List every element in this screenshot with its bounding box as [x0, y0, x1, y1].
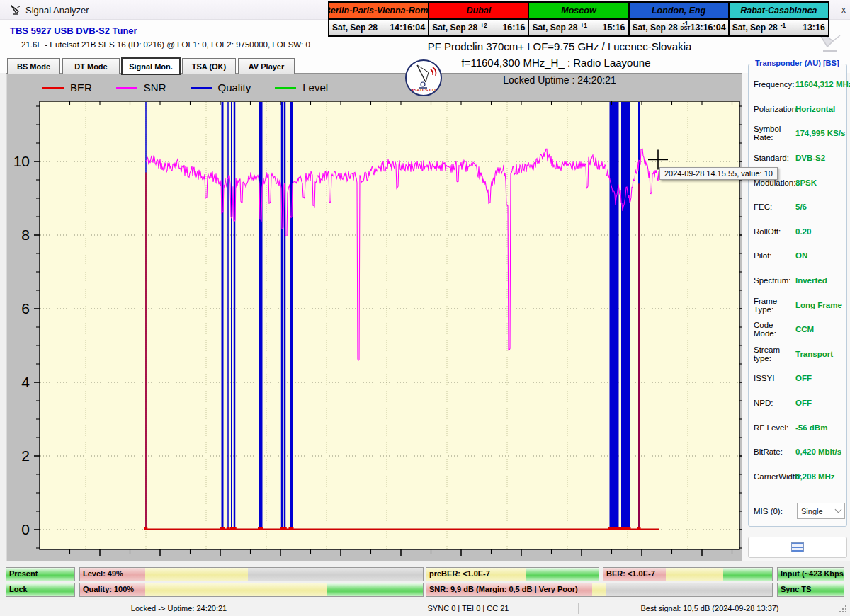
y-axis-label-8: 8: [21, 227, 30, 243]
mis-row: MIS (0): Single: [748, 503, 847, 519]
gauge-lock: Lock: [6, 583, 75, 597]
transponder-value: Horizontal: [795, 105, 835, 113]
legend-item-quality: Quality: [191, 81, 251, 93]
dish-description: PF Prodelin 370cm+ LOF=9.75 GHz / Lucene…: [305, 40, 815, 52]
clock-dubai: DubaiSat, Sep 28+216:16: [428, 1, 529, 37]
gauge-segment-yellow: [666, 568, 723, 581]
gauge-segment-yellow: [592, 583, 606, 596]
resize-grip[interactable]: [839, 605, 848, 614]
chevron-down-icon: [835, 506, 842, 513]
tab-av-player[interactable]: AV Player: [238, 58, 295, 74]
gauge-label: Present: [9, 569, 38, 578]
clock-city-label: Dubai: [428, 1, 529, 20]
transponder-value: -56 dBm: [795, 423, 827, 432]
gauge-segment-yellow: [145, 568, 248, 581]
gauge-label: Input (~423 Kbps): [781, 569, 844, 578]
transponder-row-rolloff: RollOff:0.20: [748, 219, 847, 244]
transponder-rows: Frequency:11604,312 MHzPolarization:Hori…: [748, 72, 847, 489]
transponder-row-fec: FEC:5/6: [748, 195, 847, 219]
signal-analyzer-window: Signal Analyzer x Berlin-Paris-Vienna-Ro…: [0, 0, 850, 616]
gauge-segment-green: [526, 568, 599, 581]
frequency-line: f=11604,300 MHz_H_ : Radio Laayoune: [298, 57, 815, 69]
transponder-label: Pilot:: [748, 251, 795, 260]
transponder-value: 0.20: [795, 227, 811, 236]
gauge-syncts: Sync TS: [777, 583, 844, 597]
transponder-label: BitRate:: [748, 447, 795, 456]
tuner-name: TBS 5927 USB DVB-S2 Tuner: [10, 25, 137, 36]
signal-chart-svg: 0246810: [6, 74, 743, 562]
transponder-value: 0,208 MHz: [795, 472, 835, 481]
statusbar-panel-1: SYNC 0 | TEI 0 | CC 21: [358, 600, 578, 616]
transponder-label: RF Level:: [748, 423, 795, 432]
transponder-label: RollOff:: [748, 227, 795, 236]
tab-tsa-ok[interactable]: TSA (OK): [182, 58, 236, 74]
close-icon[interactable]: x: [842, 5, 846, 15]
gauge-segment-yellow: [145, 583, 327, 596]
transponder-row-spectrum: Spectrum:Inverted: [748, 268, 847, 293]
transponder-value: ON: [795, 251, 808, 260]
clock-date: Sat, Sep 28: [732, 23, 778, 33]
transponder-row-rf-level: RF Level:-56 dBm: [748, 415, 847, 440]
chart-tooltip: 2024-09-28 14.15.55, value: 10: [659, 167, 778, 180]
chart-legend: BERSNRQualityLevel: [42, 81, 328, 93]
legend-swatch: [42, 87, 64, 89]
transponder-label: NPD:: [748, 399, 795, 407]
clock-time: 14:16:04: [390, 23, 425, 33]
transponder-row-polarization: Polarization:Horizontal: [748, 97, 847, 122]
gauge-segment-green: [723, 568, 772, 581]
world-clock-strip: Berlin-Paris-Vienna-RomaSat, Sep 2814:16…: [328, 1, 835, 37]
transponder-row-issyi: ISSYIOFF: [748, 366, 847, 391]
gauge-preber: preBER: <1.0E-7: [426, 567, 599, 581]
transponder-row-carrierwidth: CarrierWidth:0,208 MHz: [748, 464, 847, 489]
transponder-label: FEC:: [748, 203, 795, 211]
gauge-label: Quality: 100%: [83, 585, 134, 593]
clock-berlin-paris-vienna-roma: Berlin-Paris-Vienna-RomaSat, Sep 2814:16…: [328, 1, 429, 37]
y-axis-label-0: 0: [21, 521, 30, 537]
mis-label: MIS (0):: [748, 507, 795, 515]
clock-time-row: Sat, Sep 28-1DST13:16:04: [628, 18, 730, 37]
transponder-value: 8PSK: [795, 178, 817, 187]
gauge-segment-green: [327, 583, 423, 596]
clock-city-label: Rabat-Casablanca: [728, 1, 829, 20]
transponder-value: 0,420 Mbit/s: [795, 447, 842, 456]
clock-time: 13:16:04: [691, 23, 726, 33]
clock-time: 15:16: [603, 23, 625, 33]
gauge-label: Level: 49%: [83, 569, 123, 578]
y-axis-label-6: 6: [21, 300, 30, 316]
gauge-snr: SNR: 9,9 dB (Margin: 0,5 dB | Very Poor): [426, 583, 773, 597]
transponder-row-npd: NPD:OFF: [748, 391, 847, 416]
tab-dt-mode[interactable]: DT Mode: [62, 58, 120, 74]
gauge-level: Level: 49%: [79, 567, 424, 581]
clock-date: Sat, Sep 28: [432, 23, 477, 33]
clock-time-row: Sat, Sep 28+216:16: [428, 18, 529, 37]
clock-time-row: Sat, Sep 28+115:16: [528, 18, 629, 37]
transponder-row-frame-type: Frame Type:Long Frame: [748, 292, 847, 317]
clock-city-label: London, Eng: [628, 1, 730, 20]
logo-text: DXSATCS.COM: [407, 88, 441, 92]
gauge-label: SNR: 9,9 dB (Margin: 0,5 dB | Very Poor): [429, 585, 578, 593]
tab-bs-mode[interactable]: BS Mode: [7, 58, 60, 74]
transponder-value: Inverted: [795, 276, 827, 285]
signal-chart-panel: 0246810: [6, 73, 742, 561]
gauge-segment-gray: [606, 583, 772, 596]
mode-tabs: BS ModeDT ModeSignal Mon.TSA (OK)AV Play…: [7, 58, 295, 74]
status-bar: Locked -> Uptime: 24:20:21SYNC 0 | TEI 0…: [0, 600, 850, 616]
transponder-label: ISSYI: [748, 374, 795, 382]
satellite-dish-icon: [9, 4, 22, 16]
ts-record-button[interactable]: [748, 537, 847, 558]
gauge-label: Lock: [9, 585, 28, 593]
clock-date: Sat, Sep 28: [633, 23, 678, 33]
clock-time-row: Sat, Sep 2814:16:04: [328, 18, 429, 37]
transponder-label: Standard:: [748, 154, 795, 162]
mis-dropdown[interactable]: Single: [797, 503, 845, 519]
y-axis-label-2: 2: [21, 447, 30, 464]
gauge-quality: Quality: 100%: [79, 583, 424, 597]
tab-signal-mon[interactable]: Signal Mon.: [122, 58, 180, 74]
legend-label: Quality: [218, 81, 251, 93]
transponder-label: Code Mode:: [748, 321, 795, 338]
gauge-label: preBER: <1.0E-7: [429, 569, 490, 578]
clock-utc-offset: -1DST: [681, 21, 691, 30]
transponder-label: Symbol Rate:: [748, 125, 795, 142]
legend-item-ber: BER: [42, 81, 92, 93]
record-list-icon: [791, 542, 804, 552]
